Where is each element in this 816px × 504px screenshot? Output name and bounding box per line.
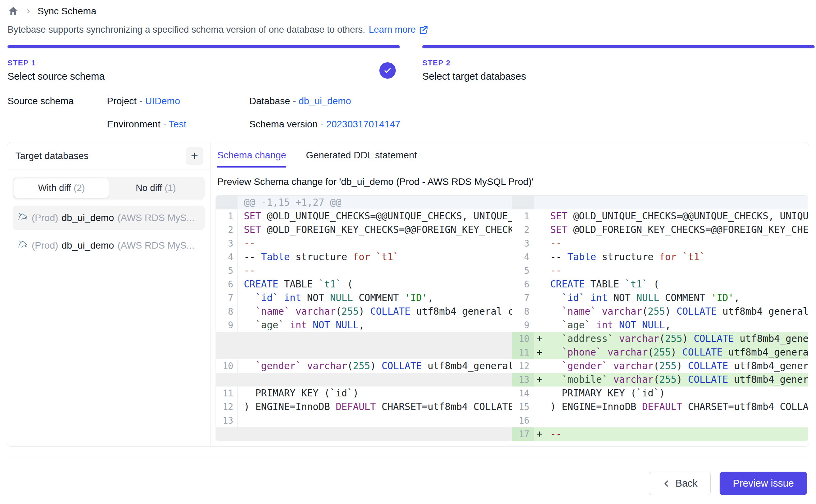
code-line: SET @OLD_FOREIGN_KEY_CHECKS=@@FOREIGN_KE…: [548, 223, 808, 237]
code-line: PRIMARY KEY (`id`): [238, 387, 512, 400]
diff-filter-tabs: With diff (2)No diff (1): [13, 177, 205, 200]
line-number: 11: [216, 387, 238, 400]
diff-row: 16: [512, 414, 808, 427]
hunk-header: @@ -1,15 +1,27 @@: [244, 197, 342, 208]
line-number: 12: [216, 400, 238, 414]
filter-tab-count: (1): [165, 183, 176, 193]
source-field-label: Schema version -: [249, 119, 326, 129]
line-number: 5: [512, 264, 534, 278]
line-number: 10: [216, 359, 238, 373]
diff-row: 2SET @OLD_FOREIGN_KEY_CHECKS=@@FOREIGN_K…: [216, 223, 512, 237]
step-2: STEP 2 Select target databases: [422, 45, 815, 82]
add-database-button[interactable]: +: [186, 147, 203, 165]
code-line: `gender` varchar(255) COLLATE utf8mb4_ge…: [548, 359, 808, 373]
code-line: ) ENGINE=InnoDB DEFAULT CHARSET=utf8mb4 …: [238, 400, 512, 414]
diff-row: 4-- Table structure for `t1`: [216, 250, 512, 264]
tab-generated-ddl-statement[interactable]: Generated DDL statement: [306, 150, 417, 168]
line-number: 3: [216, 237, 238, 250]
source-field-project: Project - UIDemo: [107, 96, 223, 107]
source-field-database: Database - db_ui_demo: [249, 96, 401, 107]
code-line: --: [238, 264, 512, 278]
database-list-item[interactable]: (Prod)db_ui_demo(AWS RDS MyS...: [13, 206, 205, 230]
added-marker: [534, 291, 548, 305]
chevron-right-icon: ›: [27, 5, 30, 16]
code-line: -- Table structure for `t1`: [548, 250, 808, 264]
learn-more-link[interactable]: Learn more: [369, 25, 429, 35]
code-line: `name` varchar(255) COLLATE utf8mb4_gene…: [548, 305, 808, 318]
line-number: 8: [512, 305, 534, 318]
filter-tab-label: With diff: [38, 183, 74, 193]
target-databases-panel: Target databases + With diff (2)No diff …: [7, 142, 210, 446]
footer-actions: Back Preview issue: [0, 457, 816, 495]
step-1-check-icon: [379, 62, 396, 79]
diff-row: 6CREATE TABLE `t1` (: [216, 278, 512, 291]
filter-tab-no-diff[interactable]: No diff (1): [109, 178, 203, 198]
added-marker: [534, 223, 548, 237]
line-number: 1: [512, 209, 534, 223]
code-line: [548, 414, 808, 427]
line-number: 10: [512, 332, 534, 346]
diff-row: @@ -1,15 +1,27 @@: [216, 196, 512, 209]
preview-tabs: Schema changeGenerated DDL statement: [216, 142, 808, 168]
tab-schema-change[interactable]: Schema change: [217, 150, 286, 168]
source-field-value-link[interactable]: db_ui_demo: [299, 96, 351, 106]
filter-tab-with-diff[interactable]: With diff (2): [14, 178, 109, 198]
source-field-value-link[interactable]: Test: [169, 119, 186, 129]
diff-row: 9 `age` int NOT NULL,: [216, 318, 512, 332]
line-number: 4: [216, 250, 238, 264]
diff-row: 3--: [512, 237, 808, 250]
diff-row: 2SET @OLD_FOREIGN_KEY_CHECKS=@@FOREIGN_K…: [512, 223, 808, 237]
code-line: `age` int NOT NULL,: [238, 318, 512, 332]
step-2-title: Select target databases: [422, 71, 815, 82]
code-line: [238, 414, 512, 427]
diff-row: 12) ENGINE=InnoDB DEFAULT CHARSET=utf8mb…: [216, 400, 512, 414]
code-line: `gender` varchar(255) COLLATE utf8mb4_ge…: [238, 359, 512, 373]
learn-more-label: Learn more: [369, 25, 416, 35]
preview-issue-button[interactable]: Preview issue: [720, 472, 807, 495]
back-button-label: Back: [676, 478, 697, 489]
diff-row: 3--: [216, 237, 512, 250]
schema-diff-editor[interactable]: @@ -1,15 +1,27 @@1SET @OLD_UNIQUE_CHECKS…: [216, 195, 808, 441]
home-icon[interactable]: [7, 5, 19, 17]
database-instance: (AWS RDS MyS...: [117, 240, 194, 251]
diff-placeholder-row: [216, 373, 512, 387]
step-2-progress-bar: [422, 45, 815, 48]
line-number: 16: [512, 414, 534, 427]
code-line: `address` varchar(255) COLLATE utf8mb4_g…: [548, 332, 808, 346]
source-field-value-link[interactable]: 20230317014147: [326, 119, 401, 129]
line-number: 6: [512, 278, 534, 291]
code-line: [548, 196, 808, 209]
line-number: 15: [512, 400, 534, 414]
diff-row: [512, 196, 808, 209]
code-line: `mobile` varchar(255) COLLATE utf8mb4_ge…: [548, 373, 808, 387]
step-1-label: STEP 1: [7, 59, 379, 67]
code-line: PRIMARY KEY (`id`): [548, 387, 808, 400]
chevron-left-icon: [662, 479, 671, 488]
line-number: 4: [512, 250, 534, 264]
code-line: [238, 427, 512, 441]
diff-placeholder-row: [216, 332, 512, 359]
source-field-value-link[interactable]: UIDemo: [145, 96, 180, 106]
database-list-item[interactable]: (Prod)db_ui_demo(AWS RDS MyS...: [13, 233, 205, 257]
back-button[interactable]: Back: [649, 472, 711, 495]
code-line: [238, 373, 512, 387]
filter-tab-label: No diff: [136, 183, 164, 193]
diff-row: 4-- Table structure for `t1`: [512, 250, 808, 264]
step-1-progress-bar: [7, 45, 400, 48]
source-field-label: Database -: [249, 96, 299, 106]
line-number: 11: [512, 346, 534, 359]
added-marker: [534, 387, 548, 400]
source-field-schema-version: Schema version - 20230317014147: [249, 119, 401, 130]
line-number: 7: [512, 291, 534, 305]
added-marker: [534, 414, 548, 427]
added-marker: [534, 400, 548, 414]
page-description: Bytebase supports synchronizing a specif…: [7, 25, 365, 35]
line-number: 2: [512, 223, 534, 237]
diff-row: 1SET @OLD_UNIQUE_CHECKS=@@UNIQUE_CHECKS,…: [216, 209, 512, 223]
source-field-environment: Environment - Test: [107, 119, 223, 130]
line-number: 14: [512, 387, 534, 400]
code-line: SET @OLD_FOREIGN_KEY_CHECKS=@@FOREIGN_KE…: [238, 223, 512, 237]
added-marker: [534, 237, 548, 250]
diff-row: 6CREATE TABLE `t1` (: [512, 278, 808, 291]
line-number: 8: [216, 305, 238, 318]
